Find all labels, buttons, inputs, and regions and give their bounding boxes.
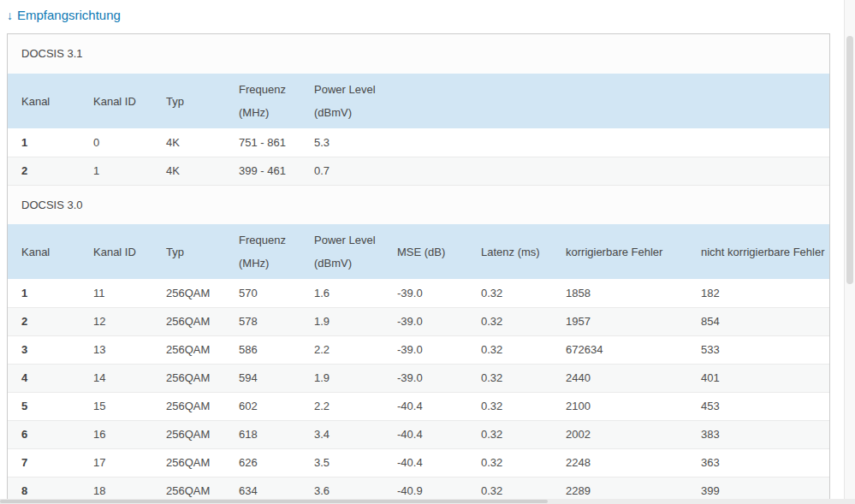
table-cell: 2 <box>8 307 80 335</box>
table-cell: 0.32 <box>467 364 552 392</box>
table-cell: 602 <box>225 392 300 420</box>
table-cell: 2248 <box>552 448 687 477</box>
table-cell: 401 <box>687 364 824 392</box>
table-cell: 2440 <box>552 364 687 392</box>
table-cell: 15 <box>80 392 152 420</box>
table-cell: 363 <box>687 448 824 477</box>
table-cell: 256QAM <box>152 448 225 477</box>
table-cell: 4 <box>8 364 80 392</box>
table-cell: 672634 <box>552 335 687 364</box>
table-cell: 626 <box>225 448 300 477</box>
header-row: KanalKanal IDTypFrequenz(MHz)Power Level… <box>8 224 829 279</box>
column-header: Typ <box>152 224 225 279</box>
table-cell: 3 <box>8 335 80 364</box>
table-cell: 256QAM <box>152 307 225 335</box>
column-header: Typ <box>152 74 225 128</box>
table-cell: 1 <box>80 157 152 185</box>
table-cell: 12 <box>80 307 152 335</box>
column-header: Kanal <box>8 74 80 128</box>
table-row: 313256QAM5862.2-39.00.32672634533 <box>8 335 829 364</box>
table-cell: 256QAM <box>152 420 225 448</box>
docsis31-section-label: DOCSIS 3.1 <box>8 34 829 74</box>
table-cell: -40.4 <box>383 420 467 448</box>
docsis30-section-label: DOCSIS 3.0 <box>8 185 829 224</box>
cell-filler <box>383 128 829 157</box>
column-header: Kanal ID <box>80 74 152 128</box>
column-header: Frequenz(MHz) <box>225 74 300 128</box>
table-cell: -39.0 <box>383 364 467 392</box>
table-cell: 182 <box>687 279 824 307</box>
empfangsrichtung-toggle-link[interactable]: ↓ Empfangsrichtung <box>7 8 121 22</box>
table-row: 616256QAM6183.4-40.40.322002383 <box>8 420 829 448</box>
table-cell: -40.4 <box>383 448 467 477</box>
column-header: Power Level(dBmV) <box>300 224 383 279</box>
table-row: 212256QAM5781.9-39.00.321957854 <box>8 307 829 335</box>
table-cell: 17 <box>80 448 152 477</box>
table-cell: 1.6 <box>300 279 383 307</box>
table-cell: 256QAM <box>152 279 225 307</box>
table-cell: 14 <box>80 364 152 392</box>
table-cell: 0.32 <box>467 392 552 420</box>
cell-filler <box>824 335 829 364</box>
column-header: Power Level(dBmV) <box>300 74 383 128</box>
table-cell: 2100 <box>552 392 687 420</box>
column-header: korrigierbare Fehler <box>552 224 687 279</box>
table-cell: 1.9 <box>300 307 383 335</box>
vertical-scrollbar-thumb[interactable] <box>846 36 853 284</box>
table-cell: 2002 <box>552 420 687 448</box>
table-cell: 13 <box>80 335 152 364</box>
channel-tables-container: DOCSIS 3.1 KanalKanal IDTypFrequenz(MHz)… <box>7 33 830 504</box>
table-cell: 751 - 861 <box>225 128 300 157</box>
table-cell: 3.5 <box>300 448 383 477</box>
table-cell: 0.32 <box>467 335 552 364</box>
header-row: KanalKanal IDTypFrequenz(MHz)Power Level… <box>8 74 829 128</box>
table-cell: 0.32 <box>467 448 552 477</box>
table-cell: 0.7 <box>300 157 383 185</box>
table-cell: 5 <box>8 392 80 420</box>
table-cell: 2 <box>8 157 80 185</box>
table-cell: 256QAM <box>152 335 225 364</box>
table-cell: 4K <box>152 128 225 157</box>
table-cell: 4K <box>152 157 225 185</box>
cell-filler <box>824 364 829 392</box>
horizontal-scrollbar-thumb[interactable] <box>0 500 548 503</box>
table-cell: 256QAM <box>152 392 225 420</box>
table-cell: 7 <box>8 448 80 477</box>
cell-filler <box>824 448 829 477</box>
table-cell: -39.0 <box>383 307 467 335</box>
down-arrow-icon: ↓ <box>7 9 13 22</box>
table-cell: 0.32 <box>467 279 552 307</box>
table-cell: 533 <box>687 335 824 364</box>
column-header: Frequenz(MHz) <box>225 224 300 279</box>
table-cell: 1 <box>8 128 80 157</box>
table-cell: 1858 <box>552 279 687 307</box>
page-title: Empfangsrichtung <box>17 8 121 22</box>
column-header: MSE (dB) <box>383 224 467 279</box>
header-filler <box>383 74 829 128</box>
cell-filler <box>383 157 829 185</box>
table-cell: 383 <box>687 420 824 448</box>
table-cell: -40.4 <box>383 392 467 420</box>
table-cell: 5.3 <box>300 128 383 157</box>
table-cell: 3.4 <box>300 420 383 448</box>
table-row: 414256QAM5941.9-39.00.322440401 <box>8 364 829 392</box>
column-header: Latenz (ms) <box>467 224 552 279</box>
table-cell: 1 <box>8 279 80 307</box>
horizontal-scrollbar[interactable] <box>0 499 855 504</box>
table-cell: 594 <box>225 364 300 392</box>
vertical-scrollbar[interactable] <box>844 0 855 499</box>
table-cell: 2.2 <box>300 392 383 420</box>
table-row: 515256QAM6022.2-40.40.322100453 <box>8 392 829 420</box>
table-cell: 0.32 <box>467 307 552 335</box>
column-header: Kanal <box>8 224 80 279</box>
table-cell: 0 <box>80 128 152 157</box>
table-cell: 453 <box>687 392 824 420</box>
table-row: 104K751 - 8615.3 <box>8 128 829 157</box>
table-cell: 578 <box>225 307 300 335</box>
table-row: 111256QAM5701.6-39.00.321858182 <box>8 279 829 307</box>
column-header: nicht korrigierbare Fehler <box>687 224 824 279</box>
table-row: 214K399 - 4610.7 <box>8 157 829 185</box>
cell-filler <box>824 279 829 307</box>
table-cell: 6 <box>8 420 80 448</box>
table-cell: 0.32 <box>467 420 552 448</box>
